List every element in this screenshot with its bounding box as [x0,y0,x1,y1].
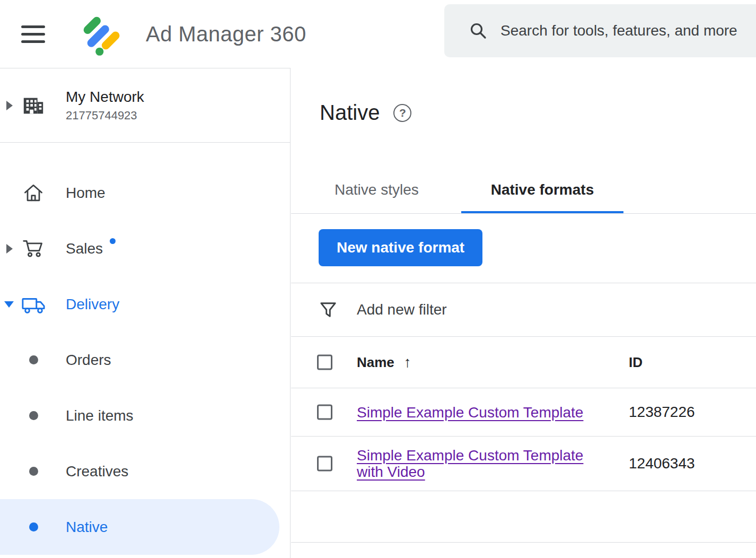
delivery-collapse-icon[interactable] [4,301,14,308]
tab-native-styles[interactable]: Native styles [305,168,449,213]
filter-icon [319,301,338,319]
sales-expand-icon[interactable] [6,244,13,254]
bullet-icon [21,404,46,428]
tab-bar: Native styles Native formats [291,168,756,214]
main-content: Native ? Native styles Native formats Ne… [291,68,756,558]
table-row: Simple Example Custom Template with Vide… [291,437,756,491]
page-header: Native ? [320,101,411,125]
sidebar-item-sales[interactable]: Sales [0,221,290,276]
select-all-checkbox[interactable] [317,355,332,370]
sidebar-item-delivery[interactable]: Delivery [0,276,290,332]
network-selector[interactable]: My Network 21775744923 [0,68,290,143]
sidebar-item-orders[interactable]: Orders [0,332,290,388]
divider [291,542,756,543]
sidebar-item-label: Home [66,185,106,202]
sidebar-item-creatives[interactable]: Creatives [0,443,290,499]
notification-dot [110,238,116,244]
sidebar-item-label: Orders [66,352,111,369]
sidebar-item-label: Sales [66,240,103,257]
bullet-icon [21,515,46,539]
truck-icon [21,292,46,317]
ad-manager-logo-icon [78,11,124,57]
sidebar-item-label: Native [66,519,108,536]
sort-ascending-icon[interactable]: ↑ [404,354,411,371]
column-header-id: ID [629,354,643,371]
menu-icon[interactable] [21,25,45,43]
sidebar-nav: Home Sales [0,165,290,555]
add-filter-label: Add new filter [357,301,447,318]
home-icon [21,181,46,205]
network-expand-icon[interactable] [6,101,13,110]
sidebar-item-label: Line items [66,407,134,424]
top-app-bar: Ad Manager 360 [0,0,756,68]
search-input[interactable] [500,22,756,39]
search-bar[interactable] [444,4,756,57]
row-checkbox[interactable] [317,456,332,472]
page-title: Native [320,101,380,125]
sidebar-item-label: Delivery [66,296,119,313]
native-format-link[interactable]: Simple Example Custom Template [357,404,583,421]
building-icon [21,93,46,118]
network-name: My Network [66,89,144,106]
table-row: Simple Example Custom Template 12387226 [291,388,756,436]
sidebar: My Network 21775744923 Home [0,68,291,558]
network-id: 21775744923 [66,109,144,123]
native-format-id: 12387226 [629,404,695,421]
app-title: Ad Manager 360 [146,22,306,46]
shopping-cart-icon [21,237,46,261]
row-checkbox[interactable] [317,405,332,420]
divider [291,491,756,491]
native-format-link[interactable]: Simple Example Custom Template with Vide… [357,447,611,480]
sidebar-item-native[interactable]: Native [0,499,279,555]
sidebar-item-home[interactable]: Home [0,165,290,221]
table-header-row: Name ↑ ID [291,337,756,388]
bullet-icon [21,459,46,484]
column-header-name[interactable]: Name [357,354,394,371]
native-format-id: 12406343 [629,455,695,472]
sidebar-item-line-items[interactable]: Line items [0,388,290,443]
tab-native-formats[interactable]: Native formats [461,168,624,213]
sidebar-item-label: Creatives [66,463,128,480]
add-filter-bar[interactable]: Add new filter [291,283,756,336]
bullet-icon [21,348,46,372]
search-icon [469,21,488,40]
help-icon[interactable]: ? [393,104,411,122]
new-native-format-button[interactable]: New native format [319,229,482,266]
